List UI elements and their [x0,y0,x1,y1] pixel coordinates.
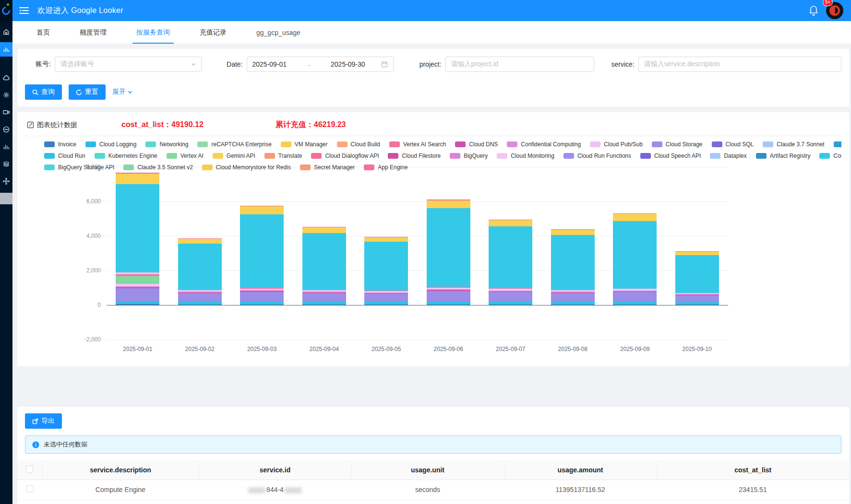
sidebar-item-bar-chart[interactable] [0,42,12,57]
bar-2025-09-02[interactable] [178,238,222,305]
project-placeholder: 请输入project.id [451,60,499,69]
legend-item-vertex-ai-search[interactable]: Vertex AI Search [389,141,446,148]
legend-item-cloud-dns[interactable]: Cloud DNS [455,141,498,148]
legend-item-cloud-build[interactable]: Cloud Build [337,141,380,148]
gridline-0 [107,305,728,305]
bar-2025-09-09[interactable] [613,213,657,305]
legend-item-cloud-dialogflow-api[interactable]: Cloud Dialogflow API [311,152,379,159]
segment-invoice [489,305,532,305]
project-input[interactable]: 请输入project.id [445,57,594,72]
sidebar-item-message[interactable] [0,123,12,136]
bell-icon[interactable] [809,5,818,16]
sidebar-item-cluster-8[interactable] [0,175,12,188]
bar-2025-09-01[interactable] [116,173,159,305]
legend-item-cloud-storage[interactable]: Cloud Storage [652,141,703,148]
legend-item-claude-3-5-sonnet-v2[interactable]: Claude 3.5 Sonnet v2 [123,164,192,171]
legend-item-cloud-speech-api[interactable]: Cloud Speech API [640,152,701,159]
bar-chart-icon [3,46,10,53]
row-checkbox[interactable] [26,485,34,492]
app-logo[interactable] [0,0,12,21]
legend-chip-icon [44,164,55,170]
query-button[interactable]: 查询 [25,84,62,100]
legend-label: Cloud SQL [726,141,754,148]
tab-按服务查询[interactable]: 按服务查询 [129,21,178,44]
legend-chip-icon [123,164,134,170]
tab-额度管理[interactable]: 额度管理 [72,21,114,44]
segment-invoice [551,305,595,305]
legend-item-cloud-logging[interactable]: Cloud Logging [85,141,136,148]
legend-item-dataplex[interactable]: Dataplex [710,152,746,159]
segment-compute-engine [240,214,284,288]
legend-item-confidential-computing[interactable]: Confidential Computing [507,141,581,148]
x-axis-label: 2025-09-07 [496,346,525,352]
legend-item-claude-3-7-sonnet[interactable]: Claude 3.7 Sonnet [763,141,824,148]
date-end[interactable]: 2025-09-30 [331,60,365,68]
date-range-picker[interactable]: 2025-09-01 → 2025-09-30 [247,57,394,72]
legend-chip-icon [455,141,466,147]
segment-cloud-storage [675,295,719,302]
segment-gemini-api [302,227,346,234]
legend-item-cloud-memorystore-for-redis[interactable]: Cloud Memorystore for Redis [202,164,291,171]
legend-item-app-engine[interactable]: App Engine [364,164,408,171]
legend-item-translate[interactable]: Translate [264,152,302,159]
tab-首页[interactable]: 首页 [29,21,58,44]
legend-label: Artifact Registry [770,152,811,159]
segment-invoice [675,305,719,305]
legend-item-kubernetes-engine[interactable]: Kubernetes Engine [95,152,157,159]
select-all-checkbox[interactable] [26,466,33,473]
legend-item-cloud-monitoring[interactable]: Cloud Monitoring [497,152,554,159]
menu-fold-icon[interactable] [19,7,29,14]
legend-item-gemini-api[interactable]: Gemini API [213,152,255,159]
bar-2025-09-06[interactable] [427,199,470,305]
sidebar-item-muted[interactable] [0,193,12,204]
segment-compute-engine [116,184,159,272]
bar-2025-09-10[interactable] [675,251,719,305]
legend-item-recaptcha-enterprise[interactable]: reCAPTCHA Enterprise [197,141,271,148]
segment-cloud-storage [116,288,159,301]
legend-label: Confidential Computing [521,141,581,148]
legend-item-cloud-sql[interactable]: Cloud SQL [712,141,754,148]
legend-item-secret-manager[interactable]: Secret Manager [300,164,355,171]
legend-item-cloud-run[interactable]: Cloud Run [44,152,85,159]
service-input[interactable]: 请输入service.description [638,57,841,72]
reset-button[interactable]: 重置 [69,84,106,100]
bar-2025-09-07[interactable] [489,220,532,305]
sidebar-item-layers-7[interactable] [0,157,12,171]
sidebar-item-gear[interactable] [0,88,12,102]
export-button[interactable]: 导出 [25,413,62,429]
chevron-down-icon [191,62,196,67]
legend-item-bigquery-storage-api[interactable]: BigQuery Storage API [44,164,114,171]
tab-充值记录[interactable]: 充值记录 [192,21,234,44]
bar-2025-09-08[interactable] [551,229,595,305]
y-axis-tick: 2,000 [86,267,101,274]
sidebar-item-video-camera[interactable] [0,105,12,119]
legend-item-cloud[interactable]: Cloud [834,141,841,148]
legend-item-vm-manager[interactable]: VM Manager [281,141,328,148]
sidebar-item-cloud[interactable] [0,71,12,84]
legend-item-cloud-run-functions[interactable]: Cloud Run Functions [563,152,631,159]
legend-item-compute-engine[interactable]: Compute Engine [819,152,841,159]
bar-2025-09-05[interactable] [364,237,408,305]
bar-2025-09-04[interactable] [302,227,346,305]
legend-item-cloud-pub-sub[interactable]: Cloud Pub/Sub [590,141,643,148]
sidebar-item-bar-chart-6[interactable] [0,140,12,153]
segment-gemini-api [427,200,470,209]
cloud-icon [3,74,10,81]
legend-item-vertex-ai[interactable]: Vertex AI [167,152,204,159]
tab-gg_gcp_usage[interactable]: gg_gcp_usage [249,21,308,44]
legend-item-invoice[interactable]: Invoice [44,141,76,148]
bar-2025-09-03[interactable] [240,206,284,305]
legend-chip-icon [389,141,400,147]
legend-item-cloud-filestore[interactable]: Cloud Filestore [388,152,441,159]
legend-label: Cloud Speech API [654,152,701,159]
expand-link[interactable]: 展开 [112,88,132,96]
legend-item-artifact-registry[interactable]: Artifact Registry [756,152,811,159]
x-axis-label: 2025-09-10 [683,346,712,352]
account-select[interactable]: 请选择账号 [55,57,202,72]
segment-compute-engine [178,244,222,290]
legend-item-networking[interactable]: Networking [145,141,188,148]
legend-item-bigquery[interactable]: BigQuery [450,152,488,159]
date-start[interactable]: 2025-09-01 [252,60,287,68]
legend-chip-icon [834,141,841,147]
sidebar-item-home[interactable] [0,25,12,38]
